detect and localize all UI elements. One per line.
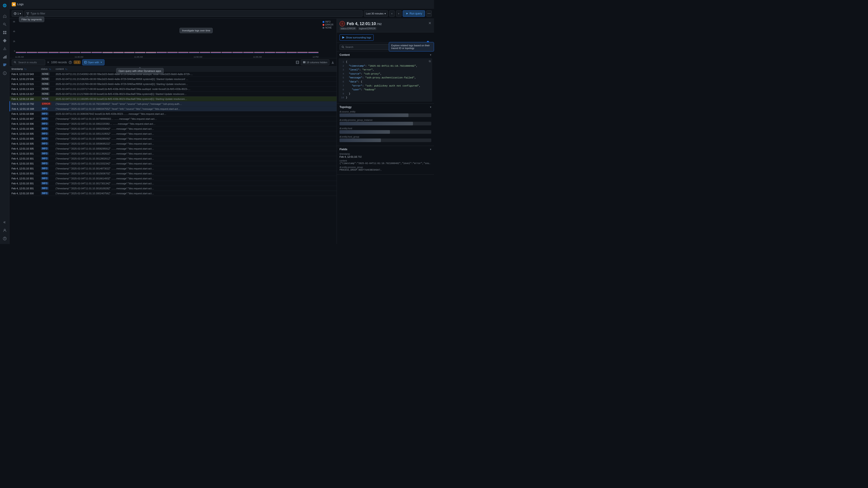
table-row[interactable]: Feb 4, 12:01:10 305INFO{"timestamp":"202…	[10, 131, 337, 136]
bar-group[interactable]	[124, 21, 134, 53]
bar-group[interactable]	[276, 21, 286, 53]
bar-group[interactable]	[254, 21, 265, 53]
col-header-content[interactable]: content ↑↓	[54, 66, 337, 72]
time-range-selector[interactable]: Last 30 minutes ▾	[364, 10, 388, 17]
bar-group[interactable]	[243, 21, 254, 53]
table-row[interactable]: Feb 4, 12:01:13 223NONE2025-02-04T11:01:…	[10, 87, 337, 92]
table-row[interactable]: Feb 4, 12:01:10 301INFO{"timestamp":"202…	[10, 186, 337, 191]
filter-input-wrap[interactable]	[24, 10, 363, 17]
bar-group[interactable]	[146, 21, 156, 53]
bar-group[interactable]	[27, 21, 37, 53]
chart-area[interactable]: 6k 4k 2k 0 11:35 AM 11:40 AM 11:45 AM 11…	[9, 19, 337, 58]
bar-group[interactable]	[308, 21, 318, 53]
bar-group[interactable]	[81, 21, 91, 53]
sidebar-icon-help[interactable]	[1, 235, 8, 242]
content-section-header[interactable]: Content ▾	[337, 52, 434, 58]
table-row[interactable]: Feb 4, 12:01:10 305INFO{"timestamp":"202…	[10, 141, 337, 146]
search-row[interactable]: ✕	[337, 43, 434, 52]
bar-group[interactable]	[297, 21, 308, 53]
warning-badge[interactable]: ⚠ 1	[74, 61, 81, 64]
bar-group[interactable]	[135, 21, 145, 53]
table-row[interactable]: Feb 4, 12:01:10 307INFO{"timestamp":"202…	[10, 116, 337, 121]
bar-group[interactable]	[70, 21, 80, 53]
table-row[interactable]: Feb 4, 12:01:10 305INFO{"timestamp":"202…	[10, 126, 337, 131]
table-row[interactable]: Feb 4, 12:01:10 308INFO2025-02-04T11:01:…	[10, 111, 337, 116]
time-back-button[interactable]: ‹	[389, 10, 395, 17]
bar-group[interactable]	[232, 21, 243, 53]
table-row[interactable]: Feb 4, 12:01:10 305INFO{"timestamp":"202…	[10, 136, 337, 141]
detail-search-input[interactable]	[345, 46, 427, 48]
filter-input[interactable]	[31, 12, 361, 15]
run-query-button[interactable]: Run query	[403, 10, 425, 17]
svg-rect-33	[305, 61, 305, 63]
bar-group[interactable]	[16, 21, 26, 53]
status-badge: NONE	[41, 92, 50, 95]
table-row[interactable]: Feb 4, 12:01:10 301INFO{"timestamp":"202…	[10, 161, 337, 166]
col-header-timestamp[interactable]: timestamp ↑↓	[10, 66, 39, 72]
bar-group[interactable]	[113, 21, 124, 53]
bar-group[interactable]	[211, 21, 221, 53]
table-row[interactable]: Feb 4, 12:01:10 300INFO{"timestamp":"202…	[10, 191, 337, 196]
sidebar-icon-search[interactable]	[1, 21, 8, 28]
fields-section-header[interactable]: Fields ▾	[337, 146, 434, 153]
info-icon	[69, 61, 72, 64]
bar-group[interactable]	[167, 21, 178, 53]
table-row[interactable]: Feb 4, 12:01:10 301INFO{"timestamp":"202…	[10, 166, 337, 171]
table-row[interactable]: Feb 4, 12:01:10 308INFO{"timestamp":"202…	[10, 106, 337, 111]
table-row[interactable]: Feb 4, 12:01:13 160NONE2025-02-04T11:01:…	[10, 96, 337, 101]
sidebar-icon-metrics[interactable]	[1, 53, 8, 61]
table-row[interactable]: Feb 4, 12:01:10 306INFO{"timestamp":"202…	[10, 121, 337, 126]
bar-group[interactable]	[102, 21, 113, 53]
chart-bars[interactable]	[16, 21, 318, 53]
bar-group[interactable]	[92, 21, 102, 53]
table-row[interactable]: Feb 4, 12:01:10 301INFO{"timestamp":"202…	[10, 176, 337, 181]
bar-group[interactable]	[37, 21, 48, 53]
table-row[interactable]: Feb 4, 12:01:13 217NONE2025-02-04T11:01:…	[10, 92, 337, 96]
show-surrounding-logs-button[interactable]: Show surrounding logs	[340, 34, 374, 41]
table-row[interactable]: Feb 4, 12:01:23 515NONE2025-02-04T11:01:…	[10, 82, 337, 87]
search-results-input[interactable]	[18, 61, 43, 64]
sidebar-icon-logs[interactable]	[1, 61, 8, 69]
sidebar-icon-settings[interactable]	[1, 37, 8, 44]
columns-hidden-button[interactable]: 18 columns hidden	[301, 59, 329, 65]
bar-group[interactable]	[59, 21, 70, 53]
status-badge: INFO	[41, 162, 49, 165]
search-clear-button[interactable]: ✕	[427, 45, 429, 48]
copy-button[interactable]: ⧉	[429, 60, 431, 63]
log-table[interactable]: timestamp ↑↓ status ↑↓ content ↑↓	[9, 66, 337, 244]
sidebar-icon-alerts[interactable]	[1, 45, 8, 53]
close-button[interactable]: ✕	[428, 21, 431, 25]
bar-group[interactable]	[286, 21, 297, 53]
download-button[interactable]	[331, 61, 334, 64]
table-row[interactable]: Feb 4, 12:01:23 536NONE2025-02-04T11:01:…	[10, 76, 337, 82]
table-row[interactable]: Feb 4, 12:01:10 301INFO{"timestamp":"202…	[10, 156, 337, 161]
sidebar-icon-user[interactable]	[1, 227, 8, 234]
bar-group[interactable]	[178, 21, 188, 53]
search-results-wrap[interactable]	[12, 59, 45, 65]
cell-content: {"timestamp":"2025-02-04T11:01:10.301280…	[54, 156, 337, 161]
sidebar-icon-apps[interactable]	[1, 29, 8, 36]
bar-group[interactable]	[49, 21, 59, 53]
bar-group[interactable]	[265, 21, 275, 53]
table-row[interactable]: Feb 4, 12:01:10 301INFO{"timestamp":"202…	[10, 181, 337, 186]
time-forward-button[interactable]: ›	[396, 10, 401, 17]
sidebar-icon-home[interactable]	[1, 13, 8, 20]
bar-group[interactable]	[200, 21, 210, 53]
table-row[interactable]: Feb 4, 12:01:23 543NONE2025-02-04T11:01:…	[10, 72, 337, 76]
bar-group[interactable]	[189, 21, 199, 53]
filter-columns-icon[interactable]	[296, 61, 299, 64]
table-row[interactable]: Feb 4, 12:01:10 792ERROR{"timestamp":"20…	[10, 101, 337, 106]
table-row[interactable]: Feb 4, 12:01:10 301INFO{"timestamp":"202…	[10, 171, 337, 176]
open-with-button[interactable]: Open with	[82, 59, 105, 65]
sidebar-icon-chevron-left[interactable]	[1, 219, 8, 226]
bar-group[interactable]	[157, 21, 167, 53]
table-row[interactable]: Feb 4, 12:01:10 305INFO{"timestamp":"202…	[10, 146, 337, 151]
topology-section-header[interactable]: Topology ▾	[337, 104, 434, 110]
sidebar-icon-info[interactable]	[1, 70, 8, 77]
col-header-status[interactable]: status ↑↓	[39, 66, 54, 72]
table-row[interactable]: Feb 4, 12:01:10 301INFO{"timestamp":"202…	[10, 151, 337, 156]
bar-group[interactable]	[221, 21, 232, 53]
more-options-button[interactable]: ⋯	[426, 10, 432, 17]
clear-search-button[interactable]: ✕	[47, 61, 49, 64]
segment-button[interactable]: 1 ▾	[12, 10, 23, 17]
